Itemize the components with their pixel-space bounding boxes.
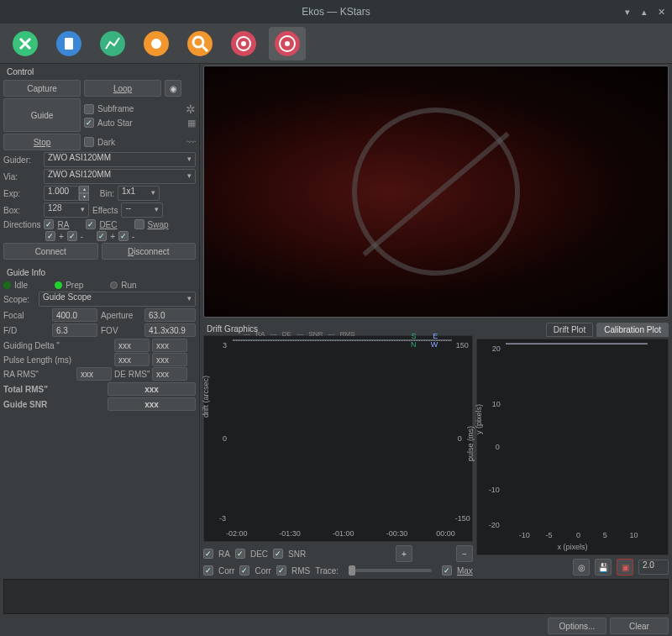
record-icon[interactable]: ▣ (617, 559, 633, 576)
guide-image-view[interactable] (203, 66, 669, 318)
minimize-icon[interactable]: ▾ (622, 6, 633, 18)
ra-plus-check[interactable]: ✓ (45, 231, 55, 241)
save-icon[interactable]: 💾 (595, 559, 612, 576)
ra-check[interactable]: ✓ (44, 219, 54, 229)
aperture-label: Aperture (101, 311, 141, 320)
dec-check[interactable]: ✓ (86, 219, 96, 229)
derms-label: DE RMS" (114, 370, 150, 379)
subframe-check[interactable] (84, 104, 94, 114)
trace-slider[interactable] (349, 569, 432, 572)
directions-label: Directions (3, 220, 40, 229)
zoom-value[interactable]: 2.0 (638, 560, 669, 575)
tab-guide[interactable] (269, 27, 306, 60)
plot-snr-check[interactable]: ✓ (273, 549, 283, 559)
fov-value: 41.3x30.9 (144, 323, 196, 337)
plot-dec-check[interactable]: ✓ (235, 549, 245, 559)
plot-rms-check[interactable]: ✓ (276, 565, 286, 576)
svg-point-6 (187, 31, 213, 56)
rarms-label: RA RMS" (3, 370, 74, 379)
ra-label: RA (57, 220, 69, 229)
effects-label: Effects (92, 206, 118, 215)
swap-check[interactable] (134, 219, 144, 229)
fd-value: 6.3 (52, 323, 97, 337)
graph-icon[interactable]: 〰 (186, 137, 196, 147)
scope-label: Scope: (3, 295, 35, 304)
autostar-check[interactable]: ✓ (84, 118, 94, 128)
tab-align[interactable] (225, 27, 262, 60)
plot-ra-check[interactable]: ✓ (203, 549, 213, 559)
bin-select[interactable]: 1x1 (118, 186, 160, 201)
guide-button[interactable]: Guide (3, 98, 81, 132)
options-button[interactable]: Options... (548, 618, 606, 634)
effects-select[interactable]: -- (121, 202, 163, 218)
loop-button[interactable]: Loop (84, 80, 161, 97)
calibration-plot[interactable]: y (pixels) 20 10 0 -10 -20 -10 -5 0 5 10… (476, 339, 669, 555)
exp-input[interactable]: 1.000▴▾ (44, 186, 89, 201)
snr: xxx (108, 397, 196, 411)
fov-label: FOV (101, 326, 141, 335)
stop-button[interactable]: Stop (3, 134, 81, 150)
gear-icon[interactable]: ✲ (186, 102, 196, 116)
dec-plus-check[interactable]: ✓ (97, 231, 107, 241)
via-label: Via: (3, 172, 40, 181)
svg-rect-2 (65, 38, 73, 50)
svg-point-5 (151, 39, 161, 49)
clear-button[interactable]: Clear (610, 618, 669, 634)
no-image-icon (352, 108, 520, 276)
svg-point-11 (241, 41, 246, 46)
autostar-label: Auto Star (97, 118, 133, 128)
right-panel: Drift Graphics drift (arcsec) pulse (ms)… (200, 64, 672, 577)
settings-icon[interactable]: ▦ (187, 118, 196, 129)
tab-scheduler[interactable] (50, 27, 87, 60)
zoom-out-button[interactable]: − (456, 545, 473, 562)
pl1: xxx (114, 353, 150, 366)
rarms: xxx (76, 367, 112, 381)
control-group-title: Control (3, 66, 196, 78)
plot-corr1-check[interactable]: ✓ (203, 565, 213, 576)
connect-button[interactable]: Connect (3, 243, 98, 260)
titlebar: Ekos — KStars ▾ ▴ ✕ (0, 0, 672, 24)
tab-calibration-plot[interactable]: Calibration Plot (596, 323, 669, 337)
dec-label: DEC (99, 220, 117, 229)
loop-extra-icon[interactable]: ◉ (165, 80, 181, 97)
guideinfo-title: Guide Info (3, 266, 196, 279)
via-select[interactable]: ZWO ASI120MM (44, 169, 196, 184)
tab-capture[interactable] (138, 27, 175, 60)
derms: xxx (152, 367, 187, 381)
target-icon[interactable]: ◎ (573, 559, 590, 576)
tab-analyze[interactable] (94, 27, 131, 60)
snr-label: Guide SNR (3, 400, 104, 409)
scope-select[interactable]: Guide Scope (39, 292, 196, 307)
tab-focus[interactable] (181, 27, 218, 60)
fd-label: F/D (3, 326, 49, 335)
calib-canvas (506, 343, 648, 344)
svg-point-14 (285, 41, 290, 46)
guider-select[interactable]: ZWO ASI120MM (44, 152, 196, 167)
box-select[interactable]: 128 (44, 202, 89, 218)
gd2: xxx (152, 339, 187, 352)
bin-label: Bin: (92, 189, 114, 198)
drift-canvas: N W S E — RA — DE — SNR — RMS (233, 339, 452, 341)
drift-plot[interactable]: drift (arcsec) pulse (ms) N W S (203, 335, 473, 542)
plot-corr2-check[interactable]: ✓ (239, 565, 249, 576)
trms-label: Total RMS" (3, 385, 104, 394)
drift-section: Drift Graphics drift (arcsec) pulse (ms)… (203, 323, 473, 576)
disconnect-button[interactable]: Disconnect (102, 243, 197, 260)
log-view[interactable] (3, 579, 669, 614)
dark-label: Dark (97, 138, 115, 147)
ra-minus-check[interactable]: ✓ (67, 231, 77, 241)
idle-dot (3, 281, 11, 289)
window-title: Ekos — KStars (302, 6, 370, 18)
plot-max-check[interactable]: ✓ (442, 565, 452, 576)
maximize-icon[interactable]: ▴ (638, 6, 650, 18)
dark-check[interactable] (84, 137, 94, 147)
module-toolbar (0, 24, 672, 64)
guider-label: Guider: (3, 155, 40, 165)
capture-button[interactable]: Capture (3, 80, 81, 97)
left-panel: Control Capture Loop ◉ Guide Subframe✲ ✓… (0, 64, 200, 577)
tab-setup[interactable] (7, 27, 44, 60)
dec-minus-check[interactable]: ✓ (118, 231, 129, 241)
close-icon[interactable]: ✕ (655, 6, 667, 18)
zoom-in-button[interactable]: + (396, 545, 412, 562)
tab-drift-plot[interactable]: Drift Plot (546, 323, 593, 337)
